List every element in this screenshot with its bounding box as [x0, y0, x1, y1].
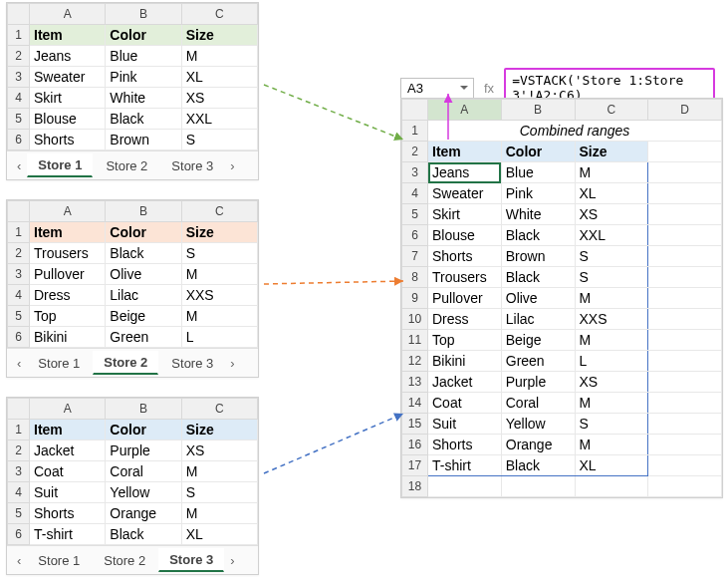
empty-cell[interactable]	[428, 476, 502, 497]
header-cell[interactable]: Size	[181, 420, 257, 441]
empty-cell[interactable]	[648, 162, 722, 183]
data-cell[interactable]: Shorts	[30, 503, 106, 524]
data-cell[interactable]: Yellow	[106, 482, 181, 503]
data-cell[interactable]: L	[575, 351, 648, 372]
data-cell[interactable]: M	[575, 435, 648, 455]
header-cell[interactable]: Size	[575, 142, 648, 162]
header-cell[interactable]: Size	[181, 25, 257, 46]
data-cell[interactable]: XL	[575, 455, 648, 476]
sheet-tab-store 1[interactable]: Store 1	[27, 352, 91, 375]
empty-cell[interactable]	[648, 225, 722, 246]
data-cell[interactable]: Black	[501, 225, 575, 246]
data-cell[interactable]: XS	[575, 204, 648, 225]
column-header-B[interactable]: B	[106, 399, 181, 420]
data-cell[interactable]: M	[575, 393, 648, 414]
data-cell[interactable]: Pullover	[428, 288, 502, 309]
row-header-3[interactable]: 3	[8, 264, 30, 285]
column-header-A[interactable]: A	[428, 100, 502, 121]
header-cell[interactable]: Item	[30, 25, 106, 46]
column-header-A[interactable]: A	[30, 4, 106, 25]
column-header-B[interactable]: B	[106, 201, 181, 222]
data-cell[interactable]: Suit	[30, 482, 106, 503]
data-cell[interactable]: Skirt	[428, 204, 502, 225]
data-cell[interactable]: Bikini	[428, 351, 502, 372]
sheet-tab-store 1[interactable]: Store 1	[27, 153, 93, 177]
row-header-3[interactable]: 3	[402, 162, 428, 183]
header-cell[interactable]: Size	[181, 222, 257, 243]
row-header-5[interactable]: 5	[8, 109, 30, 130]
data-cell[interactable]: XXS	[181, 285, 257, 306]
data-cell[interactable]: M	[181, 46, 257, 67]
data-cell[interactable]: Black	[106, 524, 181, 545]
data-cell[interactable]: Olive	[106, 264, 181, 285]
data-cell[interactable]: Black	[106, 243, 181, 264]
title-cell[interactable]: Combined ranges	[428, 121, 722, 142]
row-header-1[interactable]: 1	[8, 222, 30, 243]
header-cell[interactable]: Color	[106, 25, 181, 46]
data-cell[interactable]: Jacket	[428, 372, 502, 393]
row-header-6[interactable]: 6	[8, 524, 30, 545]
header-cell[interactable]: Item	[30, 222, 106, 243]
column-header-C[interactable]: C	[181, 4, 257, 25]
column-header-A[interactable]: A	[30, 201, 106, 222]
data-cell[interactable]: Beige	[501, 330, 575, 351]
data-cell[interactable]: Jeans	[428, 162, 502, 183]
row-header-14[interactable]: 14	[402, 393, 428, 414]
row-header-10[interactable]: 10	[402, 309, 428, 330]
empty-cell[interactable]	[648, 455, 722, 476]
data-cell[interactable]: Blue	[501, 162, 575, 183]
data-cell[interactable]: S	[181, 130, 257, 150]
row-header-2[interactable]: 2	[8, 441, 30, 461]
sheet-tab-store 3[interactable]: Store 3	[160, 154, 224, 177]
empty-cell[interactable]	[648, 330, 722, 351]
empty-cell[interactable]	[648, 372, 722, 393]
row-header-3[interactable]: 3	[8, 67, 30, 88]
data-cell[interactable]: Orange	[106, 503, 181, 524]
column-header-A[interactable]: A	[30, 399, 106, 420]
row-header-2[interactable]: 2	[402, 142, 428, 162]
data-cell[interactable]: XS	[575, 372, 648, 393]
empty-cell[interactable]	[648, 246, 722, 267]
data-cell[interactable]: Suit	[428, 414, 502, 435]
data-cell[interactable]: Lilac	[106, 285, 181, 306]
data-cell[interactable]: S	[181, 482, 257, 503]
select-all[interactable]	[8, 4, 30, 25]
data-cell[interactable]: Green	[106, 327, 181, 348]
data-cell[interactable]: S	[181, 243, 257, 264]
row-header-6[interactable]: 6	[8, 327, 30, 348]
data-cell[interactable]: Skirt	[30, 88, 106, 109]
row-header-6[interactable]: 6	[402, 225, 428, 246]
data-cell[interactable]: Purple	[501, 372, 575, 393]
header-cell[interactable]: Item	[428, 142, 502, 162]
data-cell[interactable]: Coat	[30, 461, 106, 482]
tab-nav-next[interactable]: ›	[226, 156, 238, 175]
data-cell[interactable]: Shorts	[30, 130, 106, 150]
data-cell[interactable]: Dress	[30, 285, 106, 306]
empty-cell[interactable]	[648, 414, 722, 435]
data-cell[interactable]: Yellow	[501, 414, 575, 435]
tab-nav-prev[interactable]: ‹	[13, 551, 25, 570]
data-cell[interactable]: Orange	[501, 435, 575, 455]
data-cell[interactable]: M	[181, 503, 257, 524]
empty-cell[interactable]	[648, 267, 722, 288]
data-cell[interactable]: Black	[501, 455, 575, 476]
sheet-tab-store 1[interactable]: Store 1	[27, 549, 91, 572]
empty-cell[interactable]	[648, 476, 722, 497]
data-cell[interactable]: Beige	[106, 306, 181, 327]
data-cell[interactable]: XL	[575, 183, 648, 204]
data-cell[interactable]: Blue	[106, 46, 181, 67]
row-header-7[interactable]: 7	[402, 246, 428, 267]
select-all[interactable]	[8, 201, 30, 222]
row-header-5[interactable]: 5	[402, 204, 428, 225]
select-all[interactable]	[402, 100, 428, 121]
tab-nav-next[interactable]: ›	[226, 551, 238, 570]
data-cell[interactable]: S	[575, 414, 648, 435]
data-cell[interactable]: White	[501, 204, 575, 225]
data-cell[interactable]: Trousers	[30, 243, 106, 264]
row-header-16[interactable]: 16	[402, 435, 428, 455]
sheet-tab-store 2[interactable]: Store 2	[93, 549, 156, 572]
data-cell[interactable]: Coat	[428, 393, 502, 414]
row-header-5[interactable]: 5	[8, 503, 30, 524]
row-header-11[interactable]: 11	[402, 330, 428, 351]
data-cell[interactable]: S	[575, 246, 648, 267]
